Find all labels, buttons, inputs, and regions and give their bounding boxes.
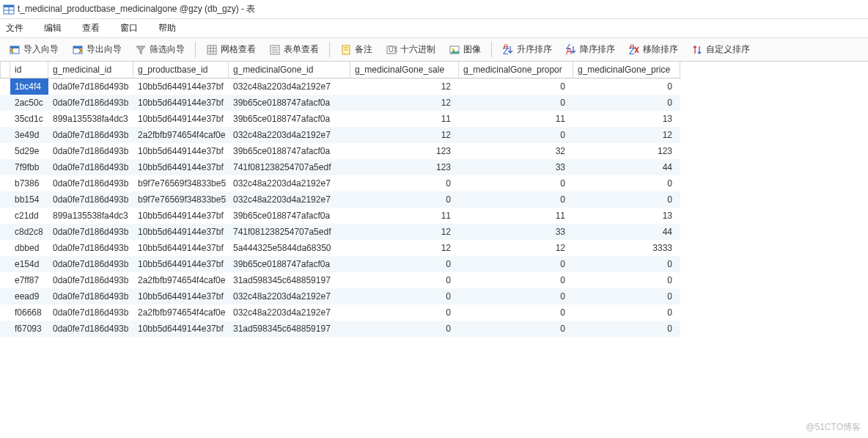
table-cell[interactable]: 0da0fe7d186d493b [48, 95, 133, 111]
table-cell[interactable]: c21dd [10, 208, 48, 224]
row-indicator[interactable] [0, 304, 10, 321]
table-cell[interactable]: 31ad598345c648859197 [229, 321, 350, 337]
row-indicator-header[interactable] [0, 62, 10, 79]
table-cell[interactable]: 0da0fe7d186d493b [48, 191, 133, 208]
table-cell[interactable]: 3e49d [10, 127, 48, 143]
table-cell[interactable]: f06668 [10, 304, 48, 321]
table-cell[interactable]: 10bb5d6449144e37bf [133, 79, 229, 95]
row-indicator[interactable] [0, 79, 10, 95]
table-cell[interactable]: dbbed [10, 240, 48, 256]
table-cell[interactable]: 0da0fe7d186d493b [48, 159, 133, 175]
menu-view[interactable]: 查看 [82, 22, 100, 34]
table-cell[interactable]: 12 [350, 240, 459, 256]
column-header-g_medicinalGone_price[interactable]: g_medicinalGone_price [573, 62, 680, 79]
table-cell[interactable]: 0 [350, 191, 459, 208]
table-cell[interactable]: 13 [573, 111, 680, 127]
table-cell[interactable]: 0da0fe7d186d493b [48, 224, 133, 240]
table-cell[interactable]: 10bb5d6449144e37bf [133, 111, 229, 127]
table-cell[interactable]: 0 [459, 95, 573, 111]
image-button[interactable]: 图像 [444, 42, 485, 57]
table-cell[interactable]: 39b65ce0188747afacf0a [229, 143, 350, 159]
export-wizard-button[interactable]: 导出向导 [67, 42, 126, 57]
row-indicator[interactable] [0, 256, 10, 272]
table-cell[interactable]: 31ad598345c648859197 [229, 272, 350, 288]
table-cell[interactable]: 13 [573, 208, 680, 224]
table-cell[interactable]: b7386 [10, 175, 48, 191]
table-cell[interactable]: 899a135538fa4dc3 [48, 111, 133, 127]
table-cell[interactable]: 0da0fe7d186d493b [48, 175, 133, 191]
table-cell[interactable]: 0da0fe7d186d493b [48, 240, 133, 256]
sort-desc-button[interactable]: ZA 降序排序 [561, 42, 619, 57]
table-cell[interactable]: 12 [350, 127, 459, 143]
table-cell[interactable]: 0 [459, 79, 573, 95]
table-cell[interactable]: 0 [459, 272, 573, 288]
table-cell[interactable]: 11 [459, 208, 573, 224]
table-cell[interactable]: 7f9fbb [10, 159, 48, 175]
remove-sort-button[interactable]: AZ 移除排序 [624, 42, 683, 57]
table-cell[interactable]: 0da0fe7d186d493b [48, 321, 133, 337]
table-cell[interactable]: 0 [459, 321, 573, 337]
row-indicator[interactable] [0, 224, 10, 240]
table-cell[interactable]: 2a2fbfb974654f4caf0e [133, 272, 229, 288]
table-cell[interactable]: 5a444325e5844da68350 [229, 240, 350, 256]
row-indicator[interactable] [0, 95, 10, 111]
table-cell[interactable]: 11 [350, 111, 459, 127]
formview-button[interactable]: 表单查看 [265, 42, 323, 57]
table-cell[interactable]: 12 [350, 95, 459, 111]
table-cell[interactable]: 3333 [573, 240, 680, 256]
table-cell[interactable]: e154d [10, 256, 48, 272]
menu-help[interactable]: 帮助 [158, 22, 176, 34]
table-cell[interactable]: 10bb5d6449144e37bf [133, 240, 229, 256]
table-cell[interactable]: bb154 [10, 191, 48, 208]
table-cell[interactable]: 39b65ce0188747afacf0a [229, 95, 350, 111]
row-indicator[interactable] [0, 159, 10, 175]
table-cell[interactable]: 123 [573, 143, 680, 159]
table-cell[interactable]: 39b65ce0188747afacf0a [229, 111, 350, 127]
hex-button[interactable]: 0x 十六进制 [381, 42, 440, 57]
menu-edit[interactable]: 编辑 [44, 22, 62, 34]
gridview-button[interactable]: 网格查看 [202, 42, 260, 57]
table-cell[interactable]: 0da0fe7d186d493b [48, 256, 133, 272]
filter-wizard-button[interactable]: 筛选向导 [130, 42, 189, 57]
table-cell[interactable]: 35cd1c [10, 111, 48, 127]
table-cell[interactable]: 10bb5d6449144e37bf [133, 321, 229, 337]
table-cell[interactable]: 0da0fe7d186d493b [48, 127, 133, 143]
row-indicator[interactable] [0, 208, 10, 224]
table-cell[interactable]: c8d2c8 [10, 224, 48, 240]
table-cell[interactable]: 10bb5d6449144e37bf [133, 159, 229, 175]
table-cell[interactable]: 741f081238254707a5edf [229, 159, 350, 175]
sort-asc-button[interactable]: AZ 升序排序 [498, 42, 556, 57]
import-wizard-button[interactable]: 导入向导 [4, 42, 63, 57]
table-cell[interactable]: 5d29e [10, 143, 48, 159]
table-cell[interactable]: 0 [350, 288, 459, 304]
table-cell[interactable]: 10bb5d6449144e37bf [133, 143, 229, 159]
row-indicator[interactable] [0, 143, 10, 159]
row-indicator[interactable] [0, 127, 10, 143]
table-cell[interactable]: 0 [573, 288, 680, 304]
column-header-g_productbase_id[interactable]: g_productbase_id [133, 62, 229, 79]
table-cell[interactable]: 0 [573, 304, 680, 321]
table-cell[interactable]: 0 [350, 321, 459, 337]
table-cell[interactable]: 12 [350, 79, 459, 95]
table-cell[interactable]: 0da0fe7d186d493b [48, 79, 133, 95]
table-cell[interactable]: 0 [350, 256, 459, 272]
table-cell[interactable]: f67093 [10, 321, 48, 337]
table-cell[interactable]: 12 [350, 224, 459, 240]
column-header-g_medicinal_id[interactable]: g_medicinal_id [48, 62, 133, 79]
table-cell[interactable]: 0 [350, 175, 459, 191]
row-indicator[interactable] [0, 111, 10, 127]
table-cell[interactable]: 0da0fe7d186d493b [48, 143, 133, 159]
menu-file[interactable]: 文件 [6, 22, 23, 34]
table-cell[interactable]: 11 [350, 208, 459, 224]
table-cell[interactable]: 10bb5d6449144e37bf [133, 224, 229, 240]
table-cell[interactable]: 0 [573, 175, 680, 191]
table-cell[interactable]: 33 [459, 224, 573, 240]
table-cell[interactable]: 0 [573, 321, 680, 337]
data-grid[interactable]: idg_medicinal_idg_productbase_idg_medici… [0, 62, 868, 438]
table-cell[interactable]: 12 [459, 240, 573, 256]
table-cell[interactable]: 032c48a2203d4a2192e7 [229, 304, 350, 321]
table-cell[interactable]: 0da0fe7d186d493b [48, 288, 133, 304]
table-cell[interactable]: 10bb5d6449144e37bf [133, 208, 229, 224]
table-cell[interactable]: b9f7e76569f34833be5 [133, 175, 229, 191]
row-indicator[interactable] [0, 175, 10, 191]
